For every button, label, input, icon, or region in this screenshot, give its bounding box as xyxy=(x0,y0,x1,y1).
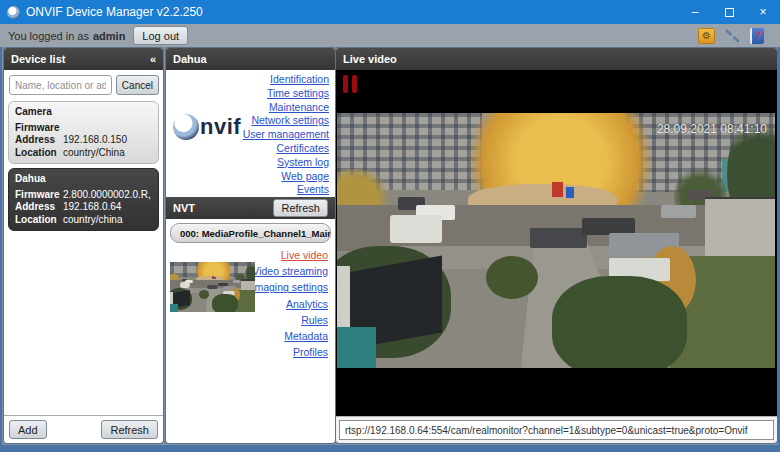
window-title: ONVIF Device Manager v2.2.250 xyxy=(26,5,203,19)
location-value: country/China xyxy=(63,147,125,158)
collapse-panel-icon[interactable]: « xyxy=(150,53,156,65)
nvt-title: NVT xyxy=(173,202,195,214)
help-question-glyph: ? xyxy=(755,30,761,41)
link-events[interactable]: Events xyxy=(243,183,329,197)
wrench-screwdriver-glyph xyxy=(724,28,741,44)
thumbnail-scene xyxy=(170,262,255,312)
gray-car-right xyxy=(661,205,696,218)
link-profiles[interactable]: Profiles xyxy=(252,344,328,360)
minimize-icon: – xyxy=(692,5,699,19)
device-search-input[interactable] xyxy=(9,75,112,95)
link-live-video[interactable]: Live video xyxy=(252,247,328,263)
device-name: Camera xyxy=(15,106,152,119)
device-list-panel: Device list « Cancel Camera Firmware Add… xyxy=(4,48,163,443)
device-detail-title: Dahua xyxy=(173,53,207,65)
link-rules[interactable]: Rules xyxy=(252,312,328,328)
device-links: Identification Time settings Maintenance… xyxy=(243,73,329,197)
video-timestamp-overlay: 28.09.2021 08:41:10 xyxy=(657,122,767,136)
live-video-header: Live video xyxy=(336,48,777,70)
location-value: country/china xyxy=(63,214,122,225)
link-system-log[interactable]: System log xyxy=(243,156,329,170)
device-card-dahua-selected[interactable]: Dahua Firmware2.800.0000002.0.R, Build D… xyxy=(8,168,159,231)
stream-url-input[interactable] xyxy=(339,420,774,440)
close-icon: × xyxy=(759,5,766,19)
device-card-camera[interactable]: Camera Firmware Address192.168.0.150 Loc… xyxy=(8,101,159,164)
toolbar: You logged in as admin Log out ⚙ ? xyxy=(0,24,780,47)
app-icon xyxy=(7,6,20,19)
link-identification[interactable]: Identification xyxy=(243,73,329,87)
onvif-logo-text: nvif xyxy=(200,114,241,140)
link-analytics[interactable]: Analytics xyxy=(252,296,328,312)
live-video-frame: 28.09.2021 08:41:10 xyxy=(337,113,775,368)
minimize-button[interactable]: – xyxy=(678,0,712,24)
playground-red-equipment xyxy=(552,182,563,197)
link-metadata[interactable]: Metadata xyxy=(252,328,328,344)
media-profile-selector[interactable]: 000: MediaProfile_Channel1_MainStream xyxy=(170,223,331,243)
white-van xyxy=(390,215,443,243)
logout-button[interactable]: Log out xyxy=(133,26,188,45)
location-label: Location xyxy=(15,147,63,160)
pause-bar-icon xyxy=(343,75,348,93)
cancel-button[interactable]: Cancel xyxy=(116,75,159,95)
link-network-settings[interactable]: Network settings xyxy=(243,114,329,128)
link-web-page[interactable]: Web page xyxy=(243,170,329,184)
add-device-button[interactable]: Add xyxy=(9,420,47,439)
firmware-label: Firmware xyxy=(15,189,63,202)
close-button[interactable]: × xyxy=(746,0,780,24)
maximize-button[interactable] xyxy=(712,0,746,24)
logged-in-username: admin xyxy=(93,30,125,42)
help-book-icon[interactable]: ? xyxy=(750,28,764,44)
link-maintenance[interactable]: Maintenance xyxy=(243,101,329,115)
address-value: 192.168.0.64 xyxy=(63,201,121,212)
live-video-area: 28.09.2021 08:41:10 xyxy=(336,70,777,443)
link-user-management[interactable]: User management xyxy=(243,128,329,142)
profile-gear-icon[interactable]: ⚙ xyxy=(698,28,715,44)
address-label: Address xyxy=(15,201,63,214)
device-list-empty-space xyxy=(4,233,163,415)
logged-in-text: You logged in as xyxy=(8,30,89,42)
link-certificates[interactable]: Certificates xyxy=(243,142,329,156)
firmware-value: 2.800.0000002.0.R, Build Dat xyxy=(63,189,152,200)
onvif-device-manager-window: ONVIF Device Manager v2.2.250 – × You lo… xyxy=(0,0,780,452)
onvif-logo: nvif xyxy=(173,114,241,140)
device-list-title: Device list xyxy=(11,53,65,65)
onvif-logo-o-icon xyxy=(173,114,199,140)
pause-bar-icon xyxy=(352,75,357,93)
device-detail-header: Dahua xyxy=(166,48,335,70)
nvt-refresh-button[interactable]: Refresh xyxy=(273,199,328,217)
stream-url-bar xyxy=(336,416,777,443)
pause-button[interactable] xyxy=(343,75,357,93)
teal-wall-corner xyxy=(337,327,376,368)
tools-icon[interactable] xyxy=(724,28,741,44)
address-value: 192.168.0.150 xyxy=(63,134,127,145)
link-time-settings[interactable]: Time settings xyxy=(243,87,329,101)
refresh-devices-button[interactable]: Refresh xyxy=(101,420,158,439)
link-video-streaming[interactable]: Video streaming xyxy=(252,263,328,279)
center-foreground-bush xyxy=(552,276,688,368)
location-label: Location xyxy=(15,214,63,227)
video-preview-thumbnail xyxy=(170,262,255,312)
title-bar: ONVIF Device Manager v2.2.250 – × xyxy=(0,0,780,24)
device-detail-panel: Dahua Identification Time settings Maint… xyxy=(166,48,335,443)
nvt-section-header: NVT Refresh xyxy=(166,197,335,219)
playground-blue-equipment xyxy=(566,187,575,198)
live-video-scene xyxy=(337,113,775,368)
firmware-label: Firmware xyxy=(15,122,63,135)
main-area: Device list « Cancel Camera Firmware Add… xyxy=(0,47,780,452)
live-video-title: Live video xyxy=(343,53,397,65)
live-video-panel: Live video 28.09.2021 08:41:10 xyxy=(336,48,777,443)
nvt-links: Live video Video streaming Imaging setti… xyxy=(252,247,328,360)
device-list-header: Device list « xyxy=(4,48,163,70)
device-name: Dahua xyxy=(15,173,152,186)
link-imaging-settings[interactable]: Imaging settings xyxy=(252,279,328,295)
address-label: Address xyxy=(15,134,63,147)
dark-sedan xyxy=(530,228,587,248)
maximize-icon xyxy=(725,8,734,17)
